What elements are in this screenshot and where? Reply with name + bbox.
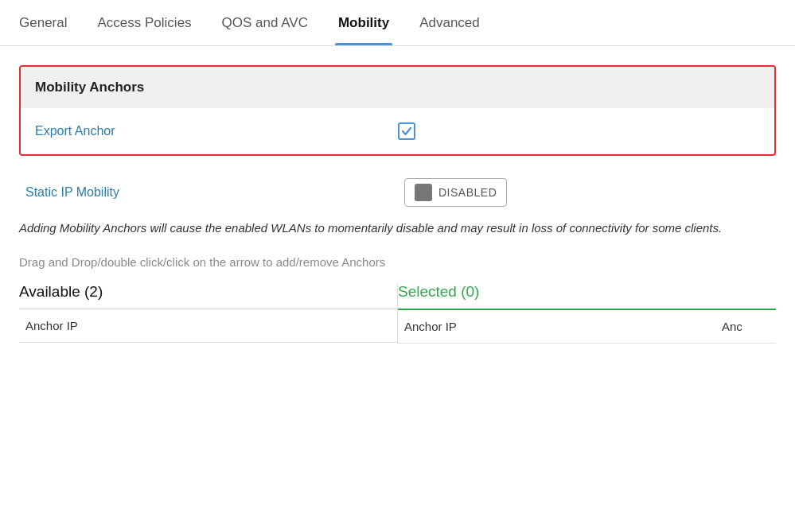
columns-container: Available (2) Anchor IP Selected (0) Anc… bbox=[19, 283, 776, 344]
selected-anc-header: Anc bbox=[722, 320, 770, 333]
mobility-anchors-section: Mobility Anchors Export Anchor bbox=[19, 65, 776, 156]
export-anchor-label: Export Anchor bbox=[35, 124, 162, 138]
static-ip-toggle[interactable]: DISABLED bbox=[404, 178, 507, 207]
toggle-label: DISABLED bbox=[438, 186, 497, 199]
tab-general[interactable]: General bbox=[16, 0, 70, 45]
available-anchor-ip-header: Anchor IP bbox=[25, 319, 391, 332]
main-content: Mobility Anchors Export Anchor Static IP… bbox=[0, 46, 795, 344]
drag-drop-instruction: Drag and Drop/double click/click on the … bbox=[19, 255, 776, 269]
selected-anchor-ip-header: Anchor IP bbox=[404, 320, 722, 333]
notice-text: Adding Mobility Anchors will cause the e… bbox=[19, 219, 776, 238]
export-anchor-checkbox[interactable] bbox=[398, 122, 415, 140]
selected-table-header: Anchor IP Anc bbox=[398, 310, 776, 344]
toggle-square-icon bbox=[415, 184, 432, 201]
tab-access-policies[interactable]: Access Policies bbox=[94, 0, 194, 45]
available-column-header: Available (2) bbox=[19, 283, 397, 309]
selected-column-header: Selected (0) bbox=[398, 283, 776, 310]
tab-advanced[interactable]: Advanced bbox=[416, 0, 483, 45]
mobility-anchors-header: Mobility Anchors bbox=[21, 67, 774, 108]
tab-qos-avc[interactable]: QOS and AVC bbox=[219, 0, 311, 45]
export-anchor-checkbox-container bbox=[398, 122, 415, 140]
tab-mobility[interactable]: Mobility bbox=[335, 0, 392, 45]
static-ip-label: Static IP Mobility bbox=[25, 185, 185, 200]
tab-bar: General Access Policies QOS and AVC Mobi… bbox=[0, 0, 795, 46]
mobility-anchors-title: Mobility Anchors bbox=[35, 80, 144, 95]
static-ip-row: Static IP Mobility DISABLED bbox=[19, 172, 776, 219]
available-table-header: Anchor IP bbox=[19, 309, 397, 343]
selected-column: Selected (0) Anchor IP Anc bbox=[397, 283, 776, 344]
available-column: Available (2) Anchor IP bbox=[19, 283, 397, 344]
export-anchor-row: Export Anchor bbox=[21, 108, 774, 154]
